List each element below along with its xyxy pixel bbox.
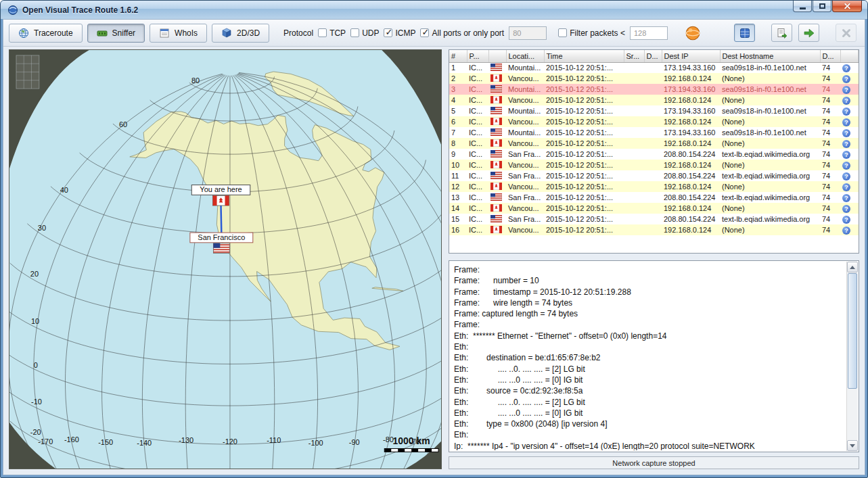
packet-number: 4 (449, 95, 467, 105)
maximize-button[interactable] (813, 1, 831, 12)
packet-dst-port (644, 62, 662, 73)
help-icon[interactable]: ? (842, 75, 850, 83)
help-icon[interactable]: ? (842, 226, 850, 235)
packet-row[interactable]: 3IC...Mountai...2015-10-12 20:51:...173.… (449, 84, 859, 95)
packet-row[interactable]: 13IC...San Fra...2015-10-12 20:51:...208… (449, 192, 859, 203)
close-icon (844, 3, 851, 10)
help-icon[interactable]: ? (842, 118, 850, 126)
start-capture-button[interactable] (798, 24, 819, 42)
packet-dest-hostname: (None) (720, 160, 820, 170)
column-header[interactable]: D... (644, 50, 662, 62)
packet-dst-port (644, 95, 662, 105)
column-header[interactable]: P... (467, 50, 488, 62)
column-header[interactable]: Dest IP (662, 50, 720, 62)
packet-row[interactable]: 2IC...Vancou...2015-10-12 20:51:...192.1… (449, 73, 859, 84)
column-header[interactable]: D... (820, 50, 840, 62)
packet-detail-text: Frame: Frame: number = 10 Frame: timesta… (454, 264, 842, 450)
export-button[interactable] (771, 24, 792, 42)
help-icon[interactable]: ? (842, 194, 850, 202)
packet-dest-hostname: (None) (720, 95, 820, 105)
route-line (221, 206, 222, 233)
packet-row[interactable]: 14IC...Vancou...2015-10-12 20:51:...192.… (449, 203, 859, 214)
capture-view-button[interactable] (734, 24, 755, 42)
udp-checkbox[interactable] (350, 28, 359, 37)
tcp-checkbox[interactable] (318, 28, 327, 37)
column-header[interactable]: Locati... (506, 50, 544, 62)
help-icon[interactable]: ? (842, 97, 850, 105)
packet-dst-port (644, 73, 662, 84)
packet-length: 74 (820, 149, 840, 160)
country-flag-cell (488, 160, 506, 170)
port-input[interactable] (509, 26, 547, 40)
protocol-label: Protocol (283, 28, 313, 38)
scroll-down-button[interactable] (847, 440, 858, 451)
packet-src-port (624, 170, 644, 181)
title-bar[interactable]: Open Visual Trace Route 1.6.2 (1, 1, 867, 19)
packet-dest-hostname: (None) (720, 181, 820, 192)
help-icon[interactable]: ? (842, 64, 850, 72)
column-header[interactable] (840, 50, 859, 62)
packet-dest-hostname: sea09s18-in-f0.1e100.net (720, 105, 820, 116)
help-icon[interactable]: ? (842, 140, 850, 148)
close-button[interactable] (832, 1, 862, 12)
all-ports-checkbox[interactable] (420, 28, 429, 37)
help-icon[interactable]: ? (842, 216, 850, 224)
packet-number: 11 (449, 170, 467, 181)
traceroute-button[interactable]: Traceroute (9, 24, 83, 43)
help-icon[interactable]: ? (842, 172, 850, 181)
minimize-button[interactable] (793, 1, 812, 12)
sniffer-button[interactable]: Sniffer (87, 24, 145, 43)
packet-time: 2015-10-12 20:51:... (544, 203, 624, 214)
packet-row[interactable]: 15IC...San Fra...2015-10-12 20:51:...208… (449, 214, 859, 224)
column-header[interactable]: Dest Hostname (720, 50, 820, 62)
packet-row[interactable]: 8IC...Vancou...2015-10-12 20:51:...192.1… (449, 138, 859, 149)
help-icon[interactable]: ? (842, 107, 850, 116)
help-icon[interactable]: ? (842, 151, 850, 159)
packet-row[interactable]: 11IC...San Fra...2015-10-12 20:51:...208… (449, 170, 859, 181)
whois-button[interactable]: WhoIs (150, 24, 207, 43)
help-icon[interactable]: ? (842, 129, 850, 137)
scrollbar-thumb[interactable] (848, 273, 857, 389)
column-header[interactable]: Time (544, 50, 624, 62)
packet-number: 5 (449, 105, 467, 116)
help-cell: ? (840, 95, 859, 105)
column-header[interactable]: Sr... (624, 50, 644, 62)
canada-flag-icon (490, 96, 502, 103)
scroll-up-button[interactable] (847, 262, 858, 272)
country-flag-cell (488, 95, 506, 105)
world-map-panel[interactable]: 8060403020100-10-20-170-160-150-140-130-… (9, 49, 442, 469)
packet-row[interactable]: 4IC...Vancou...2015-10-12 20:51:...192.1… (449, 95, 859, 105)
packet-protocol: IC... (467, 214, 488, 224)
help-icon[interactable]: ? (842, 205, 850, 213)
packet-row[interactable]: 16IC...Vancou...2015-10-12 20:51:...192.… (449, 224, 859, 235)
packet-row[interactable]: 6IC...Vancou...2015-10-12 20:51:...192.1… (449, 116, 859, 127)
detail-scrollbar[interactable] (846, 262, 858, 451)
stop-capture-button[interactable] (836, 24, 856, 42)
icmp-checkbox[interactable] (384, 28, 392, 37)
locate-button[interactable] (683, 24, 702, 43)
packet-location: Mountai... (506, 127, 544, 138)
column-header[interactable]: # (449, 50, 467, 62)
filter-packets-checkbox[interactable] (558, 28, 567, 37)
packet-dest-hostname: text-lb.eqiad.wikimedia.org (720, 170, 820, 181)
column-header[interactable] (488, 50, 506, 62)
packet-length: 74 (820, 84, 840, 95)
packet-size-input[interactable] (630, 26, 668, 40)
map-overview-widget[interactable] (16, 55, 39, 89)
help-cell: ? (840, 192, 859, 203)
packet-row[interactable]: 5IC...Mountai...2015-10-12 20:51:...173.… (449, 105, 859, 116)
packet-dest-ip: 192.168.0.124 (662, 203, 720, 214)
world-map[interactable]: 8060403020100-10-20-170-160-150-140-130-… (9, 50, 441, 469)
help-icon[interactable]: ? (842, 183, 850, 191)
packet-row[interactable]: 1IC...Mountai...2015-10-12 20:51:...173.… (449, 62, 859, 73)
packet-row[interactable]: 9IC...San Fra...2015-10-12 20:51:...208.… (449, 149, 859, 160)
help-icon[interactable]: ? (842, 162, 850, 170)
packet-row[interactable]: 7IC...Mountai...2015-10-12 20:51:...173.… (449, 127, 859, 138)
view-2d3d-button[interactable]: 2D/3D (212, 24, 269, 43)
packet-table[interactable]: #P...Locati...TimeSr...D...Dest IPDest H… (449, 50, 859, 235)
packet-row[interactable]: 12IC...Vancou...2015-10-12 20:51:...192.… (449, 181, 859, 192)
map-grid-label: -120 (223, 437, 237, 446)
packet-dst-port (644, 181, 662, 192)
packet-row[interactable]: 10IC...Vancou...2015-10-12 20:51:...192.… (449, 160, 859, 170)
help-icon[interactable]: ? (842, 86, 850, 94)
